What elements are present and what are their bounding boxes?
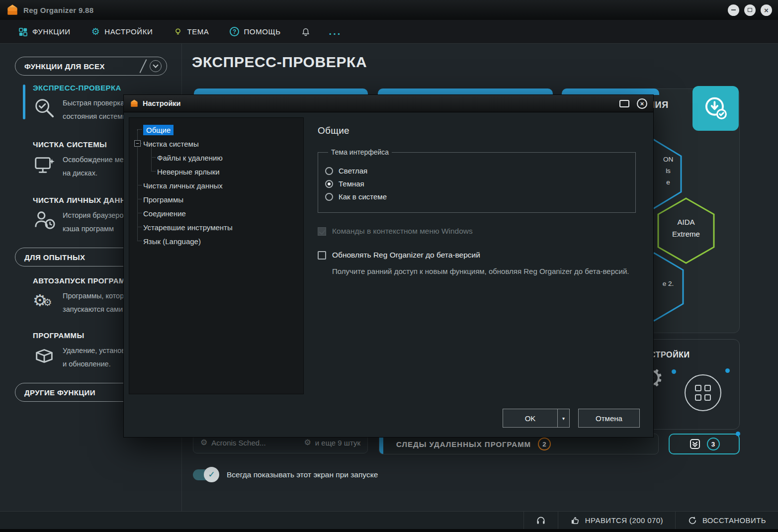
window-edge — [0, 529, 778, 532]
acronis-chip[interactable]: ⚙ Acronis Sched... — [200, 439, 266, 447]
theme-option-system[interactable]: Как в системе — [325, 192, 628, 201]
ok-button[interactable]: OK — [503, 409, 557, 428]
radio-icon[interactable] — [325, 193, 333, 201]
app-hexagon-label: AIDA Extreme — [657, 216, 715, 240]
dialog-close-button[interactable]: × — [637, 98, 647, 109]
more-apps-chip[interactable]: ⚙ и еще 9 штук — [304, 439, 360, 447]
radio-icon[interactable] — [325, 167, 333, 175]
tree-item-system-cleanup[interactable]: − Чистка системы — [129, 137, 303, 151]
maximize-button[interactable] — [744, 4, 756, 16]
notification-dot — [736, 432, 740, 436]
gear-icon: ⚙ — [200, 439, 207, 446]
functions-icon — [18, 27, 28, 36]
checkbox-disabled-icon — [318, 227, 326, 236]
window-controls: × — [728, 4, 772, 16]
divider — [140, 59, 147, 73]
show-on-start-row: ✓ Всегда показывать этот экран при запус… — [193, 469, 378, 480]
updates-tab[interactable] — [692, 86, 739, 131]
dialog-footer: OK ▾ Отмена — [124, 399, 653, 437]
like-button[interactable]: НРАВИТСЯ (200 070) — [558, 512, 675, 529]
page-title: ЭКСПРЕСС-ПРОВЕРКА — [192, 54, 367, 71]
bell-icon — [301, 27, 310, 36]
radio-checked-icon[interactable] — [325, 180, 333, 188]
theme-option-dark[interactable]: Темная — [325, 179, 628, 188]
tree-item-invalid-shortcuts[interactable]: Неверные ярлыки — [129, 165, 303, 178]
menu-functions[interactable]: ФУНКЦИИ — [8, 20, 81, 43]
tree-item-connection[interactable]: Соединение — [129, 206, 303, 220]
theme-group-legend: Тема интерфейса — [328, 148, 392, 156]
dialog-titlebar: Настройки × — [124, 95, 653, 112]
tree-item-obsolete-tools[interactable]: Устаревшие инструменты — [129, 220, 303, 234]
toggle-check-icon: ✓ — [204, 467, 219, 482]
notifications-button[interactable] — [294, 20, 317, 43]
statusbar: НРАВИТСЯ (200 070) ВОССТАНОВИТЬ — [0, 511, 778, 529]
disk-cleanup-icon — [33, 153, 56, 176]
menu-more[interactable]: ... — [321, 20, 350, 43]
restore-button[interactable]: ВОССТАНОВИТЬ — [675, 512, 778, 529]
lightbulb-icon — [173, 27, 182, 36]
person-history-icon — [33, 209, 56, 232]
collapse-icon[interactable]: − — [134, 140, 141, 147]
panel-heading: Общие — [318, 125, 653, 136]
ok-split-button: OK ▾ — [503, 409, 570, 428]
menubar: ФУНКЦИИ ⚙ НАСТРОЙКИ ТЕМА ? ПОМОЩЬ ... — [0, 20, 778, 44]
dialog-window-controls: × — [619, 98, 647, 109]
cancel-button[interactable]: Отмена — [578, 409, 640, 428]
beta-updates-checkbox-row[interactable]: Обновлять Reg Organizer до бета-версий — [318, 251, 653, 260]
window-title: Reg Organizer 9.88 — [23, 6, 93, 14]
updates-count-button[interactable]: 3 — [669, 434, 740, 454]
tree-item-general[interactable]: Общие — [129, 123, 303, 137]
gears-icon: ⚙⚙ — [33, 289, 56, 312]
notification-dot — [725, 368, 730, 373]
settings-dialog: Настройки × Общие − Чистка системы Файлы… — [123, 94, 654, 438]
install-box-icon — [689, 438, 701, 450]
theme-group: Тема интерфейса Светлая Темная Как в сис… — [318, 148, 636, 213]
beta-description: Получите ранний доступ к новым функциям,… — [332, 266, 638, 277]
tree-item-language[interactable]: Язык (Language) — [129, 234, 303, 248]
dialog-restore-button[interactable] — [619, 100, 629, 107]
sidebar-group-functions-for-all[interactable]: ФУНКЦИИ ДЛЯ ВСЕХ — [15, 57, 167, 76]
close-button[interactable]: × — [761, 4, 772, 16]
gear-icon: ⚙ — [91, 27, 100, 36]
app-logo-icon — [6, 3, 19, 16]
settings-panel: Общие Тема интерфейса Светлая Темная Как… — [304, 117, 653, 394]
magnifier-check-icon — [33, 96, 56, 119]
help-icon: ? — [230, 27, 239, 36]
thumbs-up-icon — [570, 516, 580, 526]
dialog-title: Настройки — [143, 99, 181, 107]
ok-dropdown-arrow[interactable]: ▾ — [557, 409, 570, 428]
box-icon — [33, 344, 56, 367]
titlebar: Reg Organizer 9.88 × — [0, 0, 778, 20]
apps-grid-icon[interactable] — [685, 374, 721, 411]
chevron-down-icon — [150, 60, 162, 72]
support-button[interactable] — [523, 512, 558, 529]
tree-item-programs[interactable]: Программы — [129, 192, 303, 206]
context-menu-checkbox-row: Команды в контекстном меню Windows — [318, 227, 653, 236]
count-badge: 2 — [538, 438, 551, 450]
checkbox-icon[interactable] — [318, 251, 326, 260]
headphones-icon — [536, 516, 546, 526]
gear-icon: ⚙ — [304, 439, 311, 446]
menu-help[interactable]: ? ПОМОЩЬ — [219, 20, 291, 43]
notification-dot — [672, 369, 676, 374]
count-badge: 3 — [707, 438, 720, 450]
restore-arrow-icon — [688, 516, 697, 526]
app-logo-icon — [130, 99, 139, 108]
minimize-button[interactable] — [728, 4, 739, 16]
settings-tree: Общие − Чистка системы Файлы к удалению … — [129, 117, 304, 394]
menu-theme[interactable]: ТЕМА — [163, 20, 219, 43]
tree-item-private-data-cleanup[interactable]: Чистка личных данных — [129, 178, 303, 192]
cloud-download-icon — [702, 94, 730, 122]
tree-item-files-to-delete[interactable]: Файлы к удалению — [129, 151, 303, 165]
theme-option-light[interactable]: Светлая — [325, 167, 628, 175]
show-on-start-toggle[interactable]: ✓ — [193, 469, 217, 480]
menu-settings[interactable]: ⚙ НАСТРОЙКИ — [81, 20, 164, 43]
